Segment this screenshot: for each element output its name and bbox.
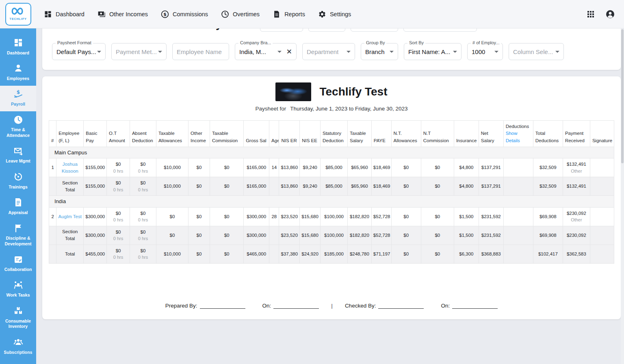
topnav-item-other-incomes[interactable]: Other Incomes [98, 10, 148, 18]
prepared-by-line [200, 304, 245, 309]
sidebar-item-leave-mgmt[interactable]: Leave Mgmt [0, 143, 36, 168]
techlify-logo[interactable]: TECHLIFY [5, 3, 31, 26]
topnav-right [586, 9, 624, 19]
sidebar-item-trainings[interactable]: Trainings [0, 168, 36, 194]
filter-label: Sort By [407, 40, 425, 45]
cell [49, 226, 56, 245]
company-name: Techlify Test [319, 85, 387, 98]
cell [269, 177, 279, 196]
col-header-paye: PAYE [371, 121, 391, 147]
cell: $18,469 [371, 158, 391, 177]
filter-of-employ[interactable]: # of Employ...1000 [467, 43, 503, 60]
cell: $00 hrs [130, 207, 156, 226]
filter-sort-by[interactable]: Sort ByFirst Name: A... [404, 43, 462, 60]
clear-filter-icon[interactable]: ✕ [286, 48, 292, 55]
scrollbar-thumb[interactable] [621, 29, 624, 163]
cell: $165,000 [244, 177, 269, 196]
topnav-item-settings[interactable]: Settings [318, 10, 351, 18]
show-details-link[interactable]: Show Details [506, 130, 531, 144]
cell: $132,491 [563, 177, 590, 196]
sidebar-item-time-attendance[interactable]: Time & Attendance [0, 111, 36, 143]
sidebar-item-subscriptions[interactable]: Subscriptions [0, 334, 36, 359]
section-total-row: Section Total$155,000$00 hrs$00 hrs$10,0… [49, 177, 614, 196]
cell [503, 226, 533, 245]
filter-label: Paysheet Format [56, 40, 93, 45]
clock-filled-icon [13, 122, 23, 127]
sidebar-item-rewards-recognition[interactable]: Rewards & Recognition [0, 359, 36, 364]
sidebar-item-dashboard[interactable]: Dashboard [0, 34, 36, 60]
boxes-icon [13, 313, 23, 318]
people-group-icon [13, 344, 23, 349]
sidebar-item-employees[interactable]: Employees [0, 60, 36, 85]
cell: $0 [421, 158, 454, 177]
cell: $13,860 [279, 177, 300, 196]
filter-column-sele[interactable]: Column Sele... [509, 43, 564, 60]
cell: $10,000 [156, 245, 188, 263]
company-logo-image [275, 82, 311, 101]
checked-on-line [452, 304, 498, 309]
filter-group-by[interactable]: Group ByBranch [361, 43, 398, 60]
chevron-down-icon [555, 51, 559, 53]
filter-payment-met[interactable]: Payment Met... [111, 43, 167, 60]
cell [503, 177, 533, 196]
cell: Total [56, 245, 84, 263]
cell: Section Total [56, 226, 84, 245]
sidebar-item-collaboration[interactable]: Collaboration [0, 251, 36, 277]
filter-paysheet-format[interactable]: Paysheet FormatDefault Pays... [52, 43, 106, 60]
col-header-n-t-allowances: N.T. Allowances [391, 121, 421, 147]
prepared-by-label: Prepared By: [165, 303, 197, 309]
topnav-item-commissions[interactable]: $Commissions [161, 10, 208, 18]
col-header-taxable-allowances: Taxable Allowances [156, 121, 188, 147]
svg-text:$: $ [16, 89, 20, 95]
sidebar-item-appraisal[interactable]: Appraisal [0, 194, 36, 219]
employee-name-input[interactable] [177, 48, 225, 55]
employee-link[interactable]: AugIm Test [58, 213, 82, 220]
cell: $0 [391, 177, 421, 196]
page-scrollbar[interactable] [621, 28, 624, 364]
chevron-down-icon [158, 51, 162, 53]
cell: 14 [269, 158, 279, 177]
cell: $65,960 [347, 158, 371, 177]
cell: $00 hrs [107, 177, 130, 196]
cell: $24,920 [300, 245, 321, 263]
cell: $85,000 [320, 177, 347, 196]
period-dates: Thursday, June 1, 2023 to Friday, June 3… [290, 106, 407, 112]
apps-grid-icon[interactable] [586, 9, 596, 19]
cell: $9,240 [300, 177, 321, 196]
filter-department[interactable]: Department [302, 43, 355, 60]
cell: $100,000 [320, 207, 347, 226]
cell: $0 [391, 207, 421, 226]
chevron-down-icon [347, 51, 351, 53]
sidebar-item-consumable-inventory[interactable]: Consumable Inventory [0, 302, 36, 334]
sidebar-item-discipline-development[interactable]: Discipline & Development [0, 220, 36, 251]
cell: $0 [421, 226, 454, 245]
cell: $182,820 [347, 207, 371, 226]
topnav-item-overtimes[interactable]: Overtimes [221, 10, 260, 18]
topnav-item-dashboard[interactable]: Dashboard [44, 10, 84, 18]
employee-link[interactable]: Joshua Kissoon [58, 161, 82, 175]
paysheet-table: #Employee (F, L)Basic PayO.T AmountAbsen… [49, 120, 614, 264]
cell: $15,680 [300, 226, 321, 245]
cell: Joshua Kissoon [56, 158, 84, 177]
col-header-taxable-commission: Taxable Commission [210, 121, 243, 147]
sidebar-item-work-tasks[interactable]: Work Tasks [0, 277, 36, 302]
cell: $185,000 [320, 245, 347, 263]
cell: $0 [391, 245, 421, 263]
col-header-n-t-commission: N.T Commission [421, 121, 454, 147]
sidebar-item-payroll[interactable]: $Payroll [0, 86, 36, 111]
filter-company-bra[interactable]: Company Bra...India, M...✕ [235, 43, 297, 60]
cell: $0 [156, 226, 188, 245]
cell: $69,908 [533, 207, 563, 226]
topnav-item-reports[interactable]: Reports [273, 10, 305, 18]
cell: $0 [188, 207, 210, 226]
col-header-absent-deduction: Absent Deduction [130, 121, 156, 147]
filter-placeholder: Column Sele... [513, 48, 553, 55]
cell: $52,728 [371, 207, 391, 226]
filter-employee-name[interactable] [172, 43, 229, 60]
chevron-down-icon [277, 51, 282, 53]
cell: $362,583 [563, 245, 590, 263]
user-avatar-icon[interactable] [605, 9, 615, 19]
top-navbar: TECHLIFY DashboardOther Incomes$Commissi… [0, 0, 624, 28]
prepared-on-label: On: [262, 303, 271, 309]
col-header-insurance: Insurance [454, 121, 479, 147]
